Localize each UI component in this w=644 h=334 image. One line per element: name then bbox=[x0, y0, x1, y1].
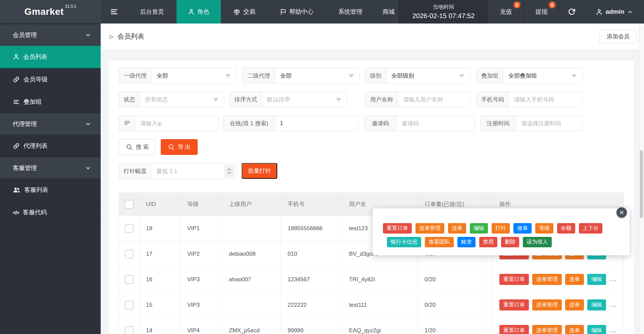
invite-code-input[interactable]: 邀请码邀请码 bbox=[364, 115, 475, 131]
sidebar-group-member-management[interactable]: 会员管理 bbox=[0, 24, 101, 46]
nav-mall[interactable]: 商城 bbox=[375, 0, 402, 24]
row-checkbox[interactable] bbox=[125, 275, 134, 284]
reset-order-button[interactable]: 重置订单 bbox=[499, 299, 529, 310]
chain-order-button[interactable]: 连单 bbox=[565, 274, 584, 285]
chain-order-manage-button[interactable]: 连单管理 bbox=[532, 325, 562, 334]
close-popup-button[interactable] bbox=[616, 207, 627, 218]
row-actions: 重置订单连单管理连单编辑... bbox=[499, 325, 623, 334]
chain-order-button[interactable]: 连单 bbox=[448, 223, 466, 234]
select-value[interactable]: 全部 bbox=[152, 68, 236, 83]
refresh-button[interactable] bbox=[559, 0, 584, 24]
row-checkbox[interactable] bbox=[125, 224, 134, 233]
sidebar-toggle-button[interactable] bbox=[101, 0, 128, 24]
table-row: 15VIP3222222test1110/20重置订单连单管理连单编辑... bbox=[119, 292, 624, 318]
select-value[interactable]: 默认排序 bbox=[262, 92, 347, 107]
table-cell: ahao007 bbox=[222, 267, 281, 292]
nav-system[interactable]: 系统管理 bbox=[326, 0, 375, 24]
row-checkbox[interactable] bbox=[125, 301, 134, 309]
chain-order-manage-button[interactable]: 连单管理 bbox=[532, 274, 562, 285]
row-actions-popup: 重置订单连单管理连单编辑打针做单等级余额上下分银行卡信息查看团队账变禁用删除设为… bbox=[373, 208, 630, 255]
select-all-checkbox[interactable] bbox=[125, 200, 134, 209]
online-input[interactable]: 在线(填 1 搜索)1 bbox=[223, 115, 358, 131]
sidebar-item-stack-group[interactable]: 叠加组 bbox=[0, 91, 101, 113]
level-button[interactable]: 等级 bbox=[535, 223, 553, 234]
filter-label: 在线(填 1 搜索) bbox=[224, 116, 275, 131]
select-value[interactable]: 所有状态 bbox=[140, 92, 224, 107]
register-time-input[interactable]: 注册时间请选择注册时间 bbox=[480, 115, 583, 131]
sidebar-group-service-management[interactable]: 客服管理 bbox=[0, 157, 101, 179]
row-checkbox[interactable] bbox=[125, 250, 134, 258]
select-value[interactable]: 全部级别 bbox=[386, 68, 470, 83]
input-value[interactable]: 1 bbox=[275, 116, 358, 131]
status-select[interactable]: 状态所有状态 bbox=[119, 91, 224, 108]
select-value[interactable]: 全部叠加组 bbox=[503, 68, 582, 83]
inject-range-input[interactable]: 打针幅度 最低 1.1 bbox=[119, 163, 237, 179]
table-cell: 010 bbox=[281, 241, 342, 267]
ip-input[interactable]: IP请输入ip bbox=[119, 115, 219, 131]
admin-menu[interactable]: admin bbox=[584, 0, 644, 24]
chain-order-button[interactable]: 连单 bbox=[565, 325, 584, 334]
edit-button[interactable]: 编辑 bbox=[587, 299, 606, 310]
set-fake-button[interactable]: 设为假人 bbox=[523, 237, 552, 247]
withdraw-button[interactable]: 提现 0 bbox=[524, 0, 559, 24]
input-value[interactable]: 请输入用户名称 bbox=[398, 92, 470, 107]
sidebar-group-agent-management[interactable]: 代理管理 bbox=[0, 113, 101, 135]
account-change-button[interactable]: 账变 bbox=[457, 237, 476, 247]
chain-order-manage-button[interactable]: 连单管理 bbox=[532, 299, 562, 310]
secondary-agent-select[interactable]: 二级代理全部 bbox=[242, 68, 360, 84]
edit-button[interactable]: 编辑 bbox=[470, 223, 488, 234]
table-cell: 222222 bbox=[281, 292, 342, 318]
level-select[interactable]: 级别全部级别 bbox=[365, 68, 470, 84]
sidebar-item-member-level[interactable]: 会员等级 bbox=[0, 68, 101, 91]
sidebar-item-agent-list[interactable]: 代理列表 bbox=[0, 135, 101, 157]
balance-button[interactable]: 余额 bbox=[557, 223, 575, 234]
users-icon bbox=[13, 186, 20, 194]
input-value[interactable]: 请输入手机号码 bbox=[509, 92, 582, 107]
stack-group-select[interactable]: 叠加组全部叠加组 bbox=[476, 68, 583, 84]
chain-order-button[interactable]: 连单 bbox=[565, 299, 584, 310]
view-team-button[interactable]: 查看团队 bbox=[425, 237, 454, 247]
username-input[interactable]: 用户名称请输入用户名称 bbox=[365, 91, 470, 108]
chain-order-manage-button[interactable]: 连单管理 bbox=[415, 223, 444, 234]
batch-inject-row: 打针幅度 最低 1.1 批量打针 bbox=[119, 163, 634, 179]
nav-dashboard[interactable]: 后台首页 bbox=[128, 0, 177, 24]
disable-button[interactable]: 禁用 bbox=[479, 237, 497, 247]
sidebar-item-service-list[interactable]: 客服列表 bbox=[0, 179, 101, 201]
select-value[interactable]: 全部 bbox=[275, 68, 359, 83]
delete-button[interactable]: 删除 bbox=[501, 237, 519, 247]
nav-trade[interactable]: 交易 bbox=[221, 0, 267, 24]
number-stepper[interactable] bbox=[224, 165, 234, 177]
batch-inject-button[interactable]: 批量打针 bbox=[242, 163, 277, 179]
primary-agent-select[interactable]: 一级代理全部 bbox=[119, 68, 237, 84]
nav-help-center[interactable]: 帮助中心 bbox=[267, 0, 326, 24]
input-value[interactable]: 请输入ip bbox=[135, 116, 218, 131]
recharge-button[interactable]: 充值 0 bbox=[488, 0, 524, 24]
export-button[interactable]: 导 出 bbox=[161, 139, 198, 155]
vertical-scrollbar[interactable] bbox=[639, 24, 644, 334]
scrollbar-thumb[interactable] bbox=[640, 150, 643, 218]
make-order-button[interactable]: 做单 bbox=[513, 223, 532, 234]
reset-order-button[interactable]: 重置订单 bbox=[383, 223, 412, 234]
column-header: UID bbox=[139, 193, 181, 216]
sort-select[interactable]: 排序方式默认排序 bbox=[230, 91, 347, 108]
edit-button[interactable]: 编辑 bbox=[587, 274, 606, 285]
input-value[interactable]: 请选择注册时间 bbox=[516, 116, 582, 131]
nav-roles[interactable]: 角色 bbox=[177, 0, 221, 24]
sidebar-item-member-list[interactable]: 会员列表 bbox=[0, 46, 101, 68]
inject-range-value[interactable]: 最低 1.1 bbox=[151, 163, 236, 179]
edit-button[interactable]: 编辑 bbox=[587, 325, 606, 334]
phone-input[interactable]: 手机号码请输入手机号码 bbox=[476, 91, 583, 108]
reset-order-button[interactable]: 重置订单 bbox=[499, 325, 529, 334]
inject-button[interactable]: 打针 bbox=[492, 223, 510, 234]
input-value[interactable]: 邀请码 bbox=[397, 116, 475, 131]
table-cell: 0/20 bbox=[418, 267, 486, 292]
withdraw-badge: 0 bbox=[549, 1, 556, 8]
row-checkbox[interactable] bbox=[125, 326, 134, 334]
search-button[interactable]: 搜 索 bbox=[119, 139, 156, 155]
table-row: 14VIP4ZMX_p5ecd99999EAQ_qyz2gi1/20重置订单连单… bbox=[119, 318, 624, 334]
reset-order-button[interactable]: 重置订单 bbox=[499, 274, 529, 285]
updown-score-button[interactable]: 上下分 bbox=[579, 223, 602, 234]
add-member-button[interactable]: 添加会员 bbox=[599, 30, 637, 43]
sidebar-item-service-code[interactable]: </>客服代码 bbox=[0, 201, 101, 224]
bank-card-info-button[interactable]: 银行卡信息 bbox=[387, 237, 421, 247]
